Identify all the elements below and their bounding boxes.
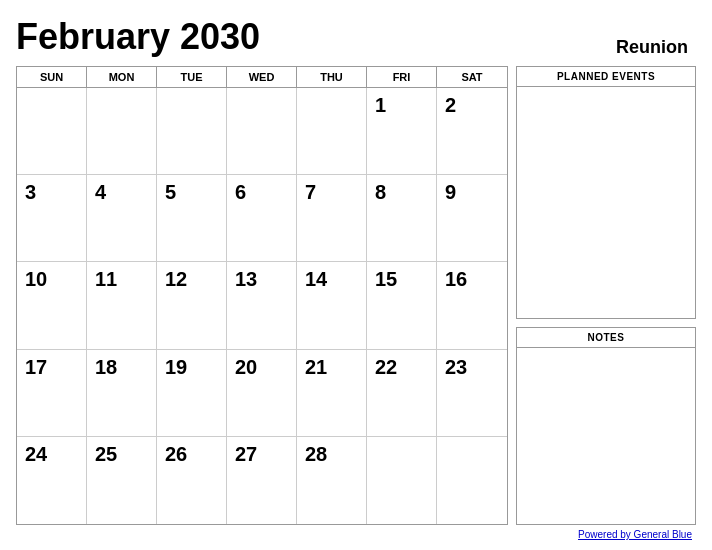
- calendar-cell: 3: [17, 175, 87, 262]
- calendar-cell: 12: [157, 262, 227, 349]
- calendar-cell: 6: [227, 175, 297, 262]
- day-header-thu: THU: [297, 67, 367, 87]
- calendar-cell: 20: [227, 350, 297, 437]
- day-header-mon: MON: [87, 67, 157, 87]
- calendar-cell: 10: [17, 262, 87, 349]
- day-header-fri: FRI: [367, 67, 437, 87]
- calendar-cell: 1: [367, 88, 437, 175]
- calendar-section: SUN MON TUE WED THU FRI SAT 123456789101…: [16, 66, 508, 525]
- month-title: February 2030: [16, 16, 260, 58]
- calendar-cell: 24: [17, 437, 87, 524]
- header: February 2030 Reunion: [16, 16, 696, 58]
- calendar-cell: 17: [17, 350, 87, 437]
- calendar-cell: 9: [437, 175, 507, 262]
- location-label: Reunion: [616, 37, 688, 58]
- calendar-cell: [227, 88, 297, 175]
- calendar-cell: [297, 88, 367, 175]
- calendar-cell: 23: [437, 350, 507, 437]
- calendar-cell: 5: [157, 175, 227, 262]
- calendar-cell: 11: [87, 262, 157, 349]
- calendar-cell: [367, 437, 437, 524]
- calendar-cell: 28: [297, 437, 367, 524]
- calendar-cell: 13: [227, 262, 297, 349]
- calendar-cell: 8: [367, 175, 437, 262]
- page: February 2030 Reunion SUN MON TUE WED TH…: [0, 0, 712, 550]
- main-content: SUN MON TUE WED THU FRI SAT 123456789101…: [16, 66, 696, 525]
- calendar-cell: 22: [367, 350, 437, 437]
- planned-events-content: [517, 87, 695, 318]
- notes-content: [517, 348, 695, 524]
- calendar-cell: 14: [297, 262, 367, 349]
- footer: Powered by General Blue: [16, 529, 696, 540]
- notes-box: NOTES: [516, 327, 696, 525]
- day-header-sun: SUN: [17, 67, 87, 87]
- calendar-cell: 4: [87, 175, 157, 262]
- planned-events-label: PLANNED EVENTS: [517, 67, 695, 87]
- calendar-cell: 15: [367, 262, 437, 349]
- calendar-cell: [157, 88, 227, 175]
- day-headers: SUN MON TUE WED THU FRI SAT: [17, 67, 507, 88]
- day-header-sat: SAT: [437, 67, 507, 87]
- calendar-cell: 7: [297, 175, 367, 262]
- calendar-cell: 25: [87, 437, 157, 524]
- planned-events-box: PLANNED EVENTS: [516, 66, 696, 319]
- calendar-cell: 27: [227, 437, 297, 524]
- calendar-cell: 19: [157, 350, 227, 437]
- calendar-cell: 2: [437, 88, 507, 175]
- day-header-wed: WED: [227, 67, 297, 87]
- notes-label: NOTES: [517, 328, 695, 348]
- calendar-cell: 26: [157, 437, 227, 524]
- calendar-cell: 21: [297, 350, 367, 437]
- powered-by-link[interactable]: Powered by General Blue: [578, 529, 692, 540]
- sidebar: PLANNED EVENTS NOTES: [516, 66, 696, 525]
- calendar-grid: 1234567891011121314151617181920212223242…: [17, 88, 507, 524]
- calendar-cell: 16: [437, 262, 507, 349]
- calendar-cell: [437, 437, 507, 524]
- day-header-tue: TUE: [157, 67, 227, 87]
- calendar-cell: 18: [87, 350, 157, 437]
- calendar-cell: [17, 88, 87, 175]
- calendar-cell: [87, 88, 157, 175]
